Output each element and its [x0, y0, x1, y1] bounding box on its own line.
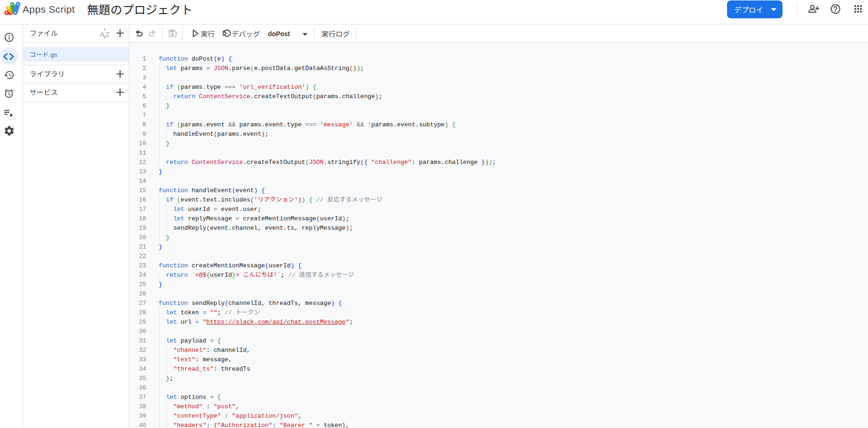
- svg-text:A: A: [100, 31, 105, 38]
- svg-text:Z: Z: [105, 31, 109, 38]
